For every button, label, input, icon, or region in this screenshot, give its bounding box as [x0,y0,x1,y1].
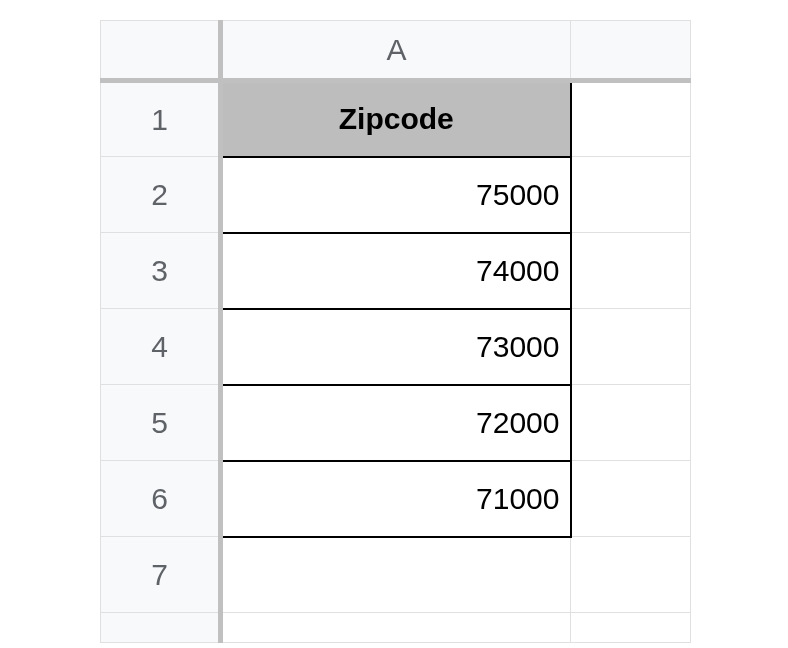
column-header-row: A [101,21,691,81]
cell-extra[interactable] [571,613,691,643]
column-header-extra[interactable] [571,21,691,81]
cell-A3[interactable]: 74000 [221,233,571,309]
row-header-4[interactable]: 4 [101,309,221,385]
cell-extra[interactable] [571,461,691,537]
row-header-1[interactable]: 1 [101,81,221,157]
table-row: 1 Zipcode [101,81,691,157]
cell-extra[interactable] [571,233,691,309]
cell-A5[interactable]: 72000 [221,385,571,461]
cell-A4[interactable]: 73000 [221,309,571,385]
row-header-5[interactable]: 5 [101,385,221,461]
cell-extra[interactable] [571,385,691,461]
corner-cell[interactable] [101,21,221,81]
table-row: 3 74000 [101,233,691,309]
cell-A2[interactable]: 75000 [221,157,571,233]
cell-extra[interactable] [571,309,691,385]
cell-A6[interactable]: 71000 [221,461,571,537]
table-row [101,613,691,643]
cell-extra[interactable] [571,81,691,157]
cell-extra[interactable] [571,157,691,233]
spreadsheet-grid[interactable]: A 1 Zipcode 2 75000 3 74000 4 73000 5 72… [100,20,691,643]
row-header-6[interactable]: 6 [101,461,221,537]
table-row: 4 73000 [101,309,691,385]
table-row: 2 75000 [101,157,691,233]
row-header-2[interactable]: 2 [101,157,221,233]
table-row: 6 71000 [101,461,691,537]
column-header-A[interactable]: A [221,21,571,81]
table-row: 5 72000 [101,385,691,461]
cell-A7[interactable] [221,537,571,613]
table-row: 7 [101,537,691,613]
cell-A8[interactable] [221,613,571,643]
cell-A1[interactable]: Zipcode [221,81,571,157]
row-header-8[interactable] [101,613,221,643]
row-header-3[interactable]: 3 [101,233,221,309]
row-header-7[interactable]: 7 [101,537,221,613]
cell-extra[interactable] [571,537,691,613]
